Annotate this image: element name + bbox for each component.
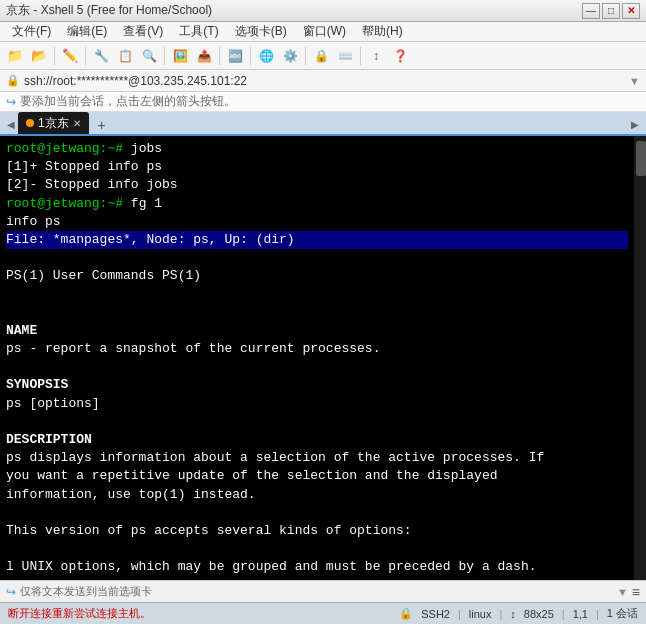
terminal-line [6,540,628,558]
toolbar-sep-5 [250,47,251,65]
tab-bar: ◀ 1京东 ✕ + ▶ [0,112,646,136]
tb-settings[interactable]: ⚙️ [279,45,301,67]
address-lock-icon: 🔒 [6,74,20,87]
terminal-line: NAME [6,322,628,340]
tb-open[interactable]: 📂 [28,45,50,67]
tab-1-jingdong[interactable]: 1京东 ✕ [18,112,89,134]
toolbar-sep-1 [54,47,55,65]
status-disconnect-text: 断开连接重新尝试连接主机。 [8,606,151,621]
tab-close-button[interactable]: ✕ [73,118,81,129]
menu-tools[interactable]: 工具(T) [171,21,226,42]
toolbar: 📁 📂 ✏️ 🔧 📋 🔍 🖼️ 📤 🔤 🌐 ⚙️ 🔒 ⌨️ ↕️ ❓ [0,42,646,70]
tb-globe[interactable]: 🌐 [255,45,277,67]
menu-edit[interactable]: 编辑(E) [59,21,115,42]
terminal-line [6,358,628,376]
window-controls[interactable]: — □ ✕ [582,3,640,19]
tb-img[interactable]: 🖼️ [169,45,191,67]
address-bar: 🔒 ssh://root:***********@103.235.245.101… [0,70,646,92]
status-sep-1: 🔒 [399,607,413,620]
terminal-line [6,504,628,522]
status-sep-4: | [562,608,565,620]
terminal-line [6,286,628,304]
status-bar: 断开连接重新尝试连接主机。 🔒 SSH2 | linux | ↕ 88x25 |… [0,602,646,624]
terminal-line: ps - report a snapshot of the current pr… [6,340,628,358]
status-os: linux [469,608,492,620]
menu-view[interactable]: 查看(V) [115,21,171,42]
prompt-text: root@jetwang:~# [6,141,123,156]
terminal-container: root@jetwang:~# jobs [1]+ Stopped info p… [0,136,646,580]
terminal-line: SYNOPSIS [6,376,628,394]
minimize-button[interactable]: — [582,3,600,19]
menu-tabs[interactable]: 选项卡(B) [227,21,295,42]
title-text: 京东 - Xshell 5 (Free for Home/School) [6,2,212,19]
status-protocol: SSH2 [421,608,450,620]
terminal-line: ps displays information about a selectio… [6,449,628,467]
status-terminal-size: 88x25 [524,608,554,620]
tb-lock[interactable]: 🔒 [310,45,332,67]
terminal-output[interactable]: root@jetwang:~# jobs [1]+ Stopped info p… [0,136,634,580]
terminal-line: you want a repetitive update of the sele… [6,467,628,485]
terminal-size-icon: ↕ [510,608,516,620]
tb-copy[interactable]: 🔧 [90,45,112,67]
status-sessions: 1 会话 [607,606,638,621]
tb-edit[interactable]: ✏️ [59,45,81,67]
title-bar: 京东 - Xshell 5 (Free for Home/School) — □… [0,0,646,22]
send-dropdown-button[interactable]: ▼ [617,586,628,598]
tab-status-dot [26,119,34,127]
terminal-line [6,413,628,431]
toolbar-sep-3 [164,47,165,65]
status-sep-5: | [596,608,599,620]
address-text: ssh://root:***********@103.235.245.101:2… [24,74,625,88]
toolbar-sep-6 [305,47,306,65]
close-button[interactable]: ✕ [622,3,640,19]
terminal-line [6,249,628,267]
terminal-line: information, use top(1) instead. [6,486,628,504]
address-dropdown-button[interactable]: ▼ [629,75,640,87]
status-sep-2: | [458,608,461,620]
tb-search[interactable]: 🔍 [138,45,160,67]
tb-keyboard[interactable]: ⌨️ [334,45,356,67]
terminal-line: root@jetwang:~# jobs [6,140,628,158]
menu-file[interactable]: 文件(F) [4,21,59,42]
tb-font[interactable]: 🔤 [224,45,246,67]
send-arrow-icon: ↪ [6,585,16,599]
terminal-line [6,304,628,322]
info-bar: ↪ 要添加当前会话，点击左侧的箭头按钮。 [0,92,646,112]
status-sep-3: | [499,608,502,620]
tab-label: 1京东 [38,115,69,132]
tb-paste[interactable]: 📋 [114,45,136,67]
terminal-line: info ps [6,213,628,231]
terminal-scrollbar[interactable] [634,136,646,580]
hamburger-menu-button[interactable]: ≡ [632,584,640,600]
terminal-line: PS(1) User Commands PS(1) [6,267,628,285]
scrollbar-thumb[interactable] [636,141,646,176]
terminal-line: [1]+ Stopped info ps [6,158,628,176]
terminal-line: l UNIX options, which may be grouped and… [6,558,628,576]
toolbar-sep-4 [219,47,220,65]
terminal-line: root@jetwang:~# fg 1 [6,195,628,213]
tab-add-button[interactable]: + [93,116,111,134]
send-text: 仅将文本发送到当前选项卡 [20,584,613,599]
info-arrow-icon: ↪ [6,95,16,109]
toolbar-sep-2 [85,47,86,65]
maximize-button[interactable]: □ [602,3,620,19]
tb-help[interactable]: ❓ [389,45,411,67]
menu-bar: 文件(F) 编辑(E) 查看(V) 工具(T) 选项卡(B) 窗口(W) 帮助(… [0,22,646,42]
toolbar-sep-7 [360,47,361,65]
tb-new[interactable]: 📁 [4,45,26,67]
info-message: 要添加当前会话，点击左侧的箭头按钮。 [20,93,236,110]
command-text: jobs [131,141,162,156]
tb-upload[interactable]: 📤 [193,45,215,67]
tab-nav-left-button[interactable]: ◀ [4,114,18,134]
terminal-line: DESCRIPTION [6,431,628,449]
tab-nav-right-button[interactable]: ▶ [628,114,642,134]
send-bar: ↪ 仅将文本发送到当前选项卡 ▼ ≡ [0,580,646,602]
terminal-line: File: *manpages*, Node: ps, Up: (dir) [6,231,628,249]
menu-window[interactable]: 窗口(W) [295,21,354,42]
terminal-line: [2]- Stopped info jobs [6,176,628,194]
terminal-line: ps [options] [6,395,628,413]
terminal-line: This version of ps accepts several kinds… [6,522,628,540]
tb-resize[interactable]: ↕️ [365,45,387,67]
menu-help[interactable]: 帮助(H) [354,21,411,42]
status-cursor: 1,1 [573,608,588,620]
